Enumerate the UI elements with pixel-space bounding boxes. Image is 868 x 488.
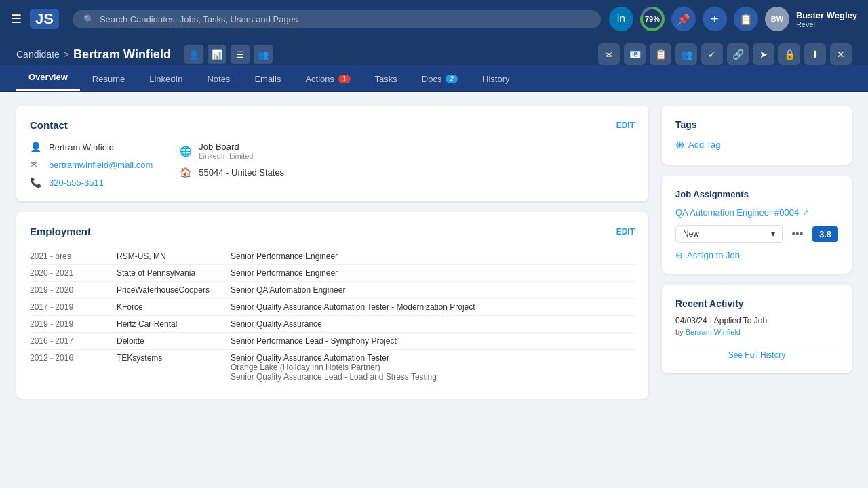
- contact-location-row: 🏠 55044 - United States: [180, 167, 284, 178]
- add-tag-label: Add Tag: [688, 140, 720, 150]
- tab-history[interactable]: History: [470, 67, 521, 91]
- copy-button[interactable]: 📋: [734, 7, 758, 31]
- compose-button[interactable]: ✉: [598, 43, 620, 65]
- activity-person-link[interactable]: Bertram Winfield: [686, 328, 741, 336]
- source-icon: 🌐: [180, 146, 192, 157]
- task-button[interactable]: 📋: [650, 43, 671, 65]
- link-button[interactable]: 🔗: [727, 43, 749, 65]
- breadcrumb-separator: >: [64, 49, 69, 60]
- job-assignment-link[interactable]: QA Automation Engineer #0004 ↗: [675, 207, 838, 218]
- emp-title: Senior Quality Assurance: [231, 319, 635, 329]
- contact-card: Contact EDIT 👤 Bertram Winfield ✉ bertra…: [16, 106, 648, 201]
- contact-email[interactable]: bertramwinfield@mail.com: [49, 160, 153, 170]
- avatar: BW: [765, 7, 789, 31]
- search-bar: 🔍: [73, 10, 601, 28]
- detail-icon[interactable]: ☰: [231, 45, 250, 64]
- mail-button[interactable]: 📧: [624, 43, 646, 65]
- tab-actions[interactable]: Actions 1: [293, 67, 362, 91]
- add-tag-button[interactable]: ⊕ Add Tag: [675, 138, 838, 151]
- assign-to-job-button[interactable]: ⊕ Assign to Job: [675, 250, 838, 260]
- tab-resume[interactable]: Resume: [80, 67, 137, 91]
- status-dropdown[interactable]: New ▾: [675, 225, 783, 243]
- download-button[interactable]: ⬇: [804, 43, 826, 65]
- emp-dates: 2012 - 2016: [30, 353, 111, 382]
- contact-edit-button[interactable]: EDIT: [616, 121, 635, 130]
- employment-title: Employment: [30, 226, 91, 237]
- search-input[interactable]: [100, 14, 590, 24]
- user-subtitle: Revel: [796, 20, 857, 28]
- top-nav: ☰ JS 🔍 in 79% 📌 + 📋 BW Buster Wegley Rev…: [0, 0, 868, 38]
- add-tag-plus-icon: ⊕: [675, 138, 684, 151]
- employment-header: Employment EDIT: [30, 226, 635, 237]
- tab-notes[interactable]: Notes: [195, 67, 242, 91]
- list-icon[interactable]: 📊: [208, 45, 226, 64]
- table-row: 2012 - 2016 TEKsystems Senior Quality As…: [30, 350, 635, 385]
- emp-title: Senior Performance Engineer: [231, 251, 635, 261]
- progress-indicator[interactable]: 79%: [640, 7, 665, 31]
- emp-dates: 2020 - 2021: [30, 268, 111, 278]
- emp-title: Senior Performance Engineer: [231, 268, 635, 278]
- send-button[interactable]: ➤: [753, 43, 774, 65]
- tab-linkedin[interactable]: LinkedIn: [137, 67, 195, 91]
- activity-date: 04/03/24 - Applied To Job: [675, 316, 838, 325]
- recent-activity-title: Recent Activity: [675, 298, 838, 309]
- phone-icon: 📞: [30, 177, 42, 188]
- emp-company: Deloitte: [117, 336, 225, 346]
- emp-dates: 2021 - pres: [30, 251, 111, 261]
- lock-button[interactable]: 🔒: [778, 43, 800, 65]
- contact-name-row: 👤 Bertram Winfield: [30, 142, 153, 152]
- chevron-down-icon: ▾: [771, 229, 775, 239]
- profile-icon[interactable]: 👤: [184, 45, 203, 64]
- tabs-bar: Overview Resume LinkedIn Notes Emails Ac…: [0, 65, 868, 92]
- job-link-label: QA Automation Engineer #0004: [675, 207, 799, 218]
- breadcrumb-parent[interactable]: Candidate: [16, 49, 60, 60]
- pin-button[interactable]: 📌: [671, 7, 696, 31]
- emp-title: Senior QA Automation Engineer: [231, 285, 635, 295]
- left-panel: Contact EDIT 👤 Bertram Winfield ✉ bertra…: [16, 106, 648, 399]
- tab-emails[interactable]: Emails: [242, 67, 293, 91]
- table-row: 2020 - 2021 State of Pennsylvania Senior…: [30, 265, 635, 282]
- contact-source-row: 🌐 Job Board LinkedIn Limited: [180, 142, 284, 160]
- assign-label: Assign to Job: [687, 250, 740, 260]
- emp-dates: 2017 - 2019: [30, 302, 111, 312]
- linkedin-button[interactable]: in: [609, 7, 633, 31]
- assign-plus-icon: ⊕: [675, 250, 683, 260]
- docs-badge: 2: [446, 75, 458, 83]
- breadcrumb-icons: 👤 📊 ☰ 👥: [184, 45, 273, 64]
- right-panel: Tags ⊕ Add Tag Job Assignments QA Automa…: [662, 106, 852, 399]
- location-icon: 🏠: [180, 167, 192, 178]
- user-circle-icon[interactable]: 👥: [254, 45, 273, 64]
- job-assignments-title: Job Assignments: [675, 189, 838, 199]
- group-button[interactable]: 👥: [675, 43, 697, 65]
- contact-left: 👤 Bertram Winfield ✉ bertramwinfield@mai…: [30, 142, 153, 188]
- divider: [675, 342, 838, 342]
- add-button[interactable]: +: [703, 7, 727, 31]
- contact-phone[interactable]: 320-555-3511: [49, 178, 104, 188]
- emp-company: RSM-US, MN: [117, 251, 225, 261]
- more-options-button[interactable]: •••: [788, 224, 807, 243]
- employment-edit-button[interactable]: EDIT: [616, 227, 635, 237]
- tab-tasks[interactable]: Tasks: [363, 67, 410, 91]
- emp-dates: 2019 - 2019: [30, 319, 111, 329]
- check-button[interactable]: ✓: [701, 43, 723, 65]
- contact-source: Job Board LinkedIn Limited: [199, 142, 253, 160]
- contact-location: 55044 - United States: [199, 167, 284, 178]
- job-controls: New ▾ ••• 3.8: [675, 224, 838, 243]
- menu-icon[interactable]: ☰: [11, 12, 22, 26]
- see-full-history-link[interactable]: See Full History: [675, 350, 838, 360]
- table-row: 2019 - 2020 PriceWaterhouseCoopers Senio…: [30, 282, 635, 299]
- score-badge: 3.8: [812, 226, 838, 242]
- tab-docs[interactable]: Docs 2: [410, 67, 470, 91]
- job-assignments-card: Job Assignments QA Automation Engineer #…: [662, 176, 852, 274]
- emp-title: Senior Quality Assurance Automation Test…: [231, 353, 635, 382]
- close-button[interactable]: ✕: [830, 43, 852, 65]
- emp-company: State of Pennsylvania: [117, 268, 225, 278]
- contact-title: Contact: [30, 119, 68, 131]
- status-label: New: [683, 229, 699, 239]
- header-actions: ✉ 📧 📋 👥 ✓ 🔗 ➤ 🔒 ⬇ ✕: [598, 43, 852, 65]
- tab-overview[interactable]: Overview: [16, 65, 80, 91]
- emp-company: TEKsystems: [117, 353, 225, 382]
- user-name: Buster Wegley: [796, 10, 857, 20]
- contact-phone-row: 📞 320-555-3511: [30, 177, 153, 188]
- actions-badge: 1: [338, 75, 351, 83]
